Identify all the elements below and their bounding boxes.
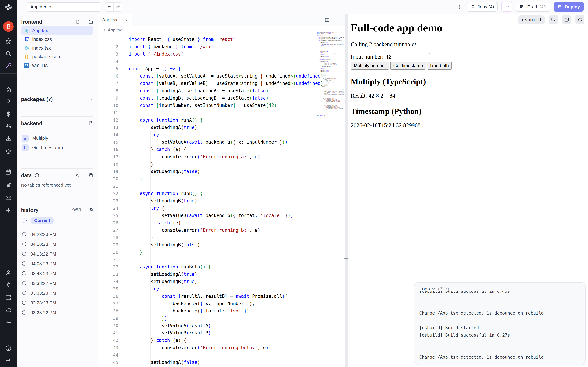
data-empty-text: No tables referenced yet [21, 183, 94, 188]
code-lines: 1import React, { useState } from 'react'… [98, 36, 346, 367]
history-point-icon [22, 310, 26, 315]
backend-section: backend + aMultiplybGet timestamp [21, 117, 94, 152]
file-icon [88, 120, 94, 126]
add-runnable-button[interactable]: + [85, 120, 94, 126]
runnable-item-b[interactable]: bGet timestamp [21, 143, 94, 152]
preview-button-get-timestamp[interactable]: Get timestamp [390, 61, 426, 70]
tab-app-tsx[interactable]: App.tsx [98, 14, 132, 26]
editor-minimap[interactable]: import React, { useState } from 'react'i… [317, 32, 344, 123]
jobs-label: Jobs (4) [478, 4, 494, 9]
frontend-file-list: App.tsxindex.cssindex.tsx{ }package.json… [21, 26, 94, 70]
home-icon[interactable] [5, 86, 12, 93]
more-options-kebab-icon[interactable] [456, 2, 463, 11]
current-version-pill[interactable]: Current [31, 217, 53, 224]
resources-cubes-icon[interactable] [5, 123, 12, 130]
history-entry[interactable]: 03:23:22 PM [22, 308, 94, 317]
undo-button[interactable] [105, 2, 114, 11]
windmill-logo-icon[interactable] [4, 3, 13, 12]
history-entry[interactable]: 04:08:23 PM [22, 259, 94, 268]
logs-toggle[interactable]: Logs [419, 286, 436, 292]
workers-icon[interactable] [5, 294, 12, 301]
external-link-icon [564, 17, 569, 22]
folders-icon[interactable] [5, 307, 12, 314]
history-section: history 9/50 + Current 04:23:23 PM04:18:… [21, 203, 94, 317]
data-settings-gear-icon[interactable] [75, 173, 80, 178]
inspect-select-button[interactable] [549, 15, 558, 24]
refresh-button[interactable] [575, 15, 585, 24]
preview-button-run-both[interactable]: Run both [427, 61, 452, 70]
undo-redo-group [105, 2, 122, 11]
preview-button-multiply-number[interactable]: Multiply number [351, 61, 389, 70]
history-point-icon [22, 300, 26, 305]
search-icon[interactable] [5, 50, 12, 57]
ts-icon: TS [24, 63, 29, 68]
history-current-row[interactable]: Current [22, 217, 94, 224]
collapse-arrow-icon[interactable] [5, 357, 12, 364]
editor-more-icon[interactable] [335, 17, 341, 23]
file-item-wmill.ts[interactable]: TSwmill.ts [21, 61, 94, 70]
favorites-star-icon[interactable] [5, 38, 12, 45]
add-table-button[interactable]: + [85, 173, 94, 178]
info-icon[interactable] [34, 173, 40, 178]
frontend-title: frontend [21, 19, 42, 25]
current-version-icon [22, 218, 26, 223]
history-entry[interactable]: 04:23:23 PM [22, 229, 94, 239]
runs-play-icon[interactable] [5, 98, 12, 105]
user-icon[interactable] [5, 269, 12, 276]
variables-dollar-icon[interactable] [5, 111, 12, 118]
runtime-badge[interactable]: esbuild [518, 15, 545, 24]
file-item-index.css[interactable]: index.css [21, 35, 94, 43]
braces-icon: { } [24, 54, 29, 59]
history-entry[interactable]: 03:38:22 PM [22, 278, 94, 288]
logs-header: Logs (327) [415, 283, 585, 292]
history-entry[interactable]: 03:33:23 PM [22, 288, 94, 298]
history-entry[interactable]: 03:28:23 PM [22, 298, 94, 308]
learn-graduation-cap-icon[interactable] [5, 148, 12, 155]
redo-button[interactable] [114, 2, 122, 11]
snapshot-button[interactable]: + [85, 207, 94, 212]
flows-route-icon[interactable] [5, 181, 12, 188]
ai-wand-icon[interactable] [5, 62, 12, 69]
runnable-item-a[interactable]: aMultiply [21, 133, 94, 143]
deploy-button[interactable]: Deploy [553, 2, 584, 12]
logs-body[interactable]: [esbuild] Build successful in 0.45s Chan… [419, 291, 583, 363]
input-number-field[interactable] [384, 53, 430, 60]
preview-document: Full-code app demo Calling 2 backend run… [347, 14, 588, 129]
draft-button[interactable]: Draft ⌘S [516, 2, 550, 12]
history-entry[interactable]: 04:13:22 PM [22, 249, 94, 259]
runnable-badge: b [22, 144, 29, 151]
chevron-right-icon[interactable] [88, 96, 94, 101]
add-file-button[interactable]: + [72, 19, 80, 24]
history-entry[interactable]: 04:18:23 PM [22, 239, 94, 249]
chevron-down-icon [432, 287, 436, 291]
audit-list-icon[interactable] [5, 319, 12, 326]
data-section-header: data + [21, 171, 94, 179]
settings-gear-icon[interactable] [5, 281, 12, 288]
close-tab-icon[interactable] [124, 18, 128, 22]
jobs-button[interactable]: Jobs (4) [466, 2, 498, 12]
code-editor[interactable]: 1import React, { useState } from 'react'… [98, 34, 346, 367]
file-item-App.tsx[interactable]: App.tsx [21, 26, 94, 35]
ai-assistant-button[interactable] [501, 2, 513, 12]
file-item-index.tsx[interactable]: index.tsx [21, 44, 94, 52]
frontend-section-header: frontend + + [21, 17, 94, 26]
help-icon[interactable] [5, 345, 12, 352]
add-plus-icon[interactable] [5, 207, 12, 214]
mail-icon[interactable] [5, 194, 12, 201]
app-name-input[interactable] [26, 2, 102, 11]
breadcrumb[interactable]: App.tsx [98, 26, 346, 34]
triggers-pyramid-icon[interactable] [5, 135, 12, 142]
open-external-button[interactable] [562, 15, 571, 24]
current-app-icon[interactable] [3, 21, 14, 32]
history-entry[interactable]: 03:43:23 PM [22, 268, 94, 278]
file-item-package.json[interactable]: { }package.json [21, 52, 94, 61]
add-folder-button[interactable]: + [85, 19, 94, 24]
split-editor-icon[interactable] [324, 17, 330, 23]
file-name: package.json [32, 54, 60, 59]
packages-section-header[interactable]: packages (7) [21, 94, 94, 104]
folder-icon [88, 19, 94, 24]
bug-icon [470, 4, 476, 10]
schedules-calendar-icon[interactable] [5, 168, 12, 175]
panel-resize-divider[interactable] [346, 14, 347, 367]
preview-subtitle: Calling 2 backend runnables [351, 41, 585, 48]
